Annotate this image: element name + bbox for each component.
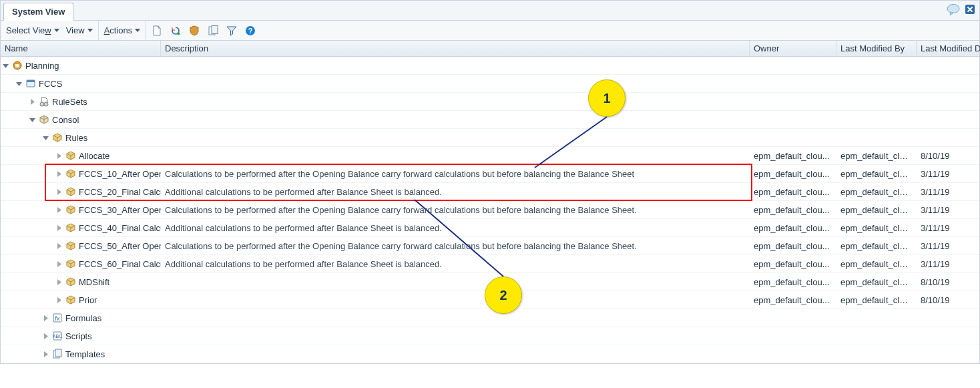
menu-view-label: View <box>66 25 85 35</box>
expand-toggle[interactable] <box>42 315 49 322</box>
toolbar-actions-group: Actions <box>99 21 147 40</box>
tree-name-cell: FCCS_30_After Openi <box>1 204 161 215</box>
tree-row[interactable]: FCCS_50_After OpeniCalculations to be pe… <box>1 237 979 255</box>
expand-toggle[interactable] <box>29 98 36 106</box>
tree-name-cell: FCCS_40_Final Calcul <box>1 222 161 233</box>
tree-row[interactable]: FCCS_60_Final CalculAdditional calculati… <box>1 255 979 273</box>
expand-toggle[interactable] <box>55 278 63 286</box>
app-icon <box>25 78 36 89</box>
tree-row[interactable]: Allocateepm_default_clou...epm_default_c… <box>1 147 979 165</box>
menu-view[interactable]: View <box>66 25 93 35</box>
tree-row[interactable]: Priorepm_default_clou...epm_default_clou… <box>1 291 979 309</box>
modified-by-cell: epm_default_clou... <box>836 223 917 233</box>
tab-system-view[interactable]: System View <box>3 3 73 21</box>
tree-grid: PlanningFCCSRuleSetsConsolRulesAllocatee… <box>1 57 979 363</box>
chat-icon[interactable] <box>946 3 961 15</box>
col-owner[interactable]: Owner <box>750 41 836 56</box>
menu-select-view[interactable]: Select ViewSelect View <box>6 25 59 35</box>
tree-node-label: MDShift <box>79 277 109 287</box>
expand-toggle[interactable] <box>55 224 63 232</box>
expand-toggle[interactable] <box>55 206 63 214</box>
collapse-toggle[interactable] <box>2 62 9 69</box>
owner-cell: epm_default_clou... <box>750 187 836 197</box>
close-icon[interactable] <box>965 4 975 15</box>
filter-button[interactable] <box>225 24 238 37</box>
new-document-button[interactable] <box>150 24 164 37</box>
menu-actions-ul: A <box>104 25 110 35</box>
chevron-down-icon <box>135 29 140 32</box>
tree-row[interactable]: Scripts <box>1 327 979 345</box>
tabstrip-right <box>946 3 975 15</box>
col-modified-date[interactable]: Last Modified Date <box>917 41 980 56</box>
owner-cell: epm_default_clou... <box>750 223 836 233</box>
tree-name-cell: FCCS_60_Final Calcul <box>1 258 161 269</box>
tree-name-cell: Allocate <box>1 150 161 161</box>
modified-date-cell: 8/10/19 <box>917 295 980 305</box>
tree-row[interactable]: FCCS_30_After OpeniCalculations to be pe… <box>1 201 979 219</box>
tab-label: System View <box>12 7 65 17</box>
owner-cell: epm_default_clou... <box>750 205 836 215</box>
rule-icon <box>65 240 76 251</box>
shield-button[interactable] <box>188 24 201 37</box>
svg-point-0 <box>947 5 959 13</box>
expand-toggle[interactable] <box>42 351 49 358</box>
collapse-toggle[interactable] <box>42 134 49 142</box>
tree-row[interactable]: Templates <box>1 345 979 363</box>
tree-name-cell: FCCS_50_After Openi <box>1 240 161 251</box>
help-button[interactable]: ? <box>244 24 257 37</box>
tree-row[interactable]: FCCS_10_After OpeniCalculations to be pe… <box>1 165 979 183</box>
column-headers: Name Description Owner Last Modified By … <box>1 41 979 57</box>
expand-toggle[interactable] <box>55 260 63 268</box>
description-cell: Calculations to be performed after the O… <box>161 169 750 179</box>
modified-by-cell: epm_default_clou... <box>836 205 917 215</box>
cube-icon <box>39 114 49 125</box>
rulesets-icon <box>39 96 49 107</box>
tree-name-cell: Scripts <box>1 331 161 341</box>
col-modified-by[interactable]: Last Modified By <box>836 41 917 56</box>
expand-toggle[interactable] <box>55 188 63 196</box>
expand-toggle[interactable] <box>55 297 63 304</box>
modified-by-cell: epm_default_clou... <box>836 169 917 179</box>
tree-row[interactable]: FCCS_40_Final CalculAdditional calculati… <box>1 219 979 237</box>
tree-row[interactable]: Consol <box>1 111 979 129</box>
scripts-icon <box>52 331 63 341</box>
expand-toggle[interactable] <box>55 242 63 250</box>
expand-toggle[interactable] <box>42 333 49 340</box>
modified-by-cell: epm_default_clou... <box>836 295 917 305</box>
collapse-toggle[interactable] <box>29 116 36 124</box>
toolbar-menus: Select ViewSelect View View <box>1 21 99 40</box>
owner-cell: epm_default_clou... <box>750 259 836 269</box>
tree-name-cell: Formulas <box>1 313 161 323</box>
properties-button[interactable] <box>206 24 220 37</box>
col-description[interactable]: Description <box>161 41 750 56</box>
collapse-toggle[interactable] <box>15 80 23 87</box>
rule-icon <box>65 186 76 197</box>
expand-toggle[interactable] <box>55 170 63 178</box>
toolbar: Select ViewSelect View View Actions <box>1 21 979 41</box>
tabstrip: System View <box>1 1 979 21</box>
menu-actions[interactable]: Actions <box>104 25 141 35</box>
rule-icon <box>65 168 76 179</box>
tree-node-label: Consol <box>52 115 79 125</box>
owner-cell: epm_default_clou... <box>750 241 836 251</box>
window: System View Select ViewSelect View <box>0 0 980 364</box>
expand-toggle[interactable] <box>55 152 63 160</box>
owner-cell: epm_default_clou... <box>750 169 836 179</box>
tree-name-cell: FCCS <box>1 78 161 89</box>
refresh-button[interactable] <box>169 24 182 37</box>
tree-row[interactable]: Formulas <box>1 309 979 327</box>
tree-name-cell: Consol <box>1 114 161 125</box>
tree-row[interactable]: Planning <box>1 57 979 75</box>
rule-icon <box>65 295 76 305</box>
tree-node-label: Rules <box>65 133 87 143</box>
tree-row[interactable]: FCCS <box>1 75 979 93</box>
tree-node-label: Scripts <box>65 331 92 341</box>
tree-row[interactable]: MDShiftepm_default_clou...epm_default_cl… <box>1 273 979 291</box>
tree-node-label: FCCS_50_After Openi <box>79 241 161 251</box>
col-name[interactable]: Name <box>1 41 161 56</box>
tree-row[interactable]: FCCS_20_Final CalculAdditional calculati… <box>1 183 979 201</box>
modified-date-cell: 3/11/19 <box>917 259 980 269</box>
tree-row[interactable]: RuleSets <box>1 93 979 111</box>
tree-row[interactable]: Rules <box>1 129 979 147</box>
rule-icon <box>65 222 76 233</box>
